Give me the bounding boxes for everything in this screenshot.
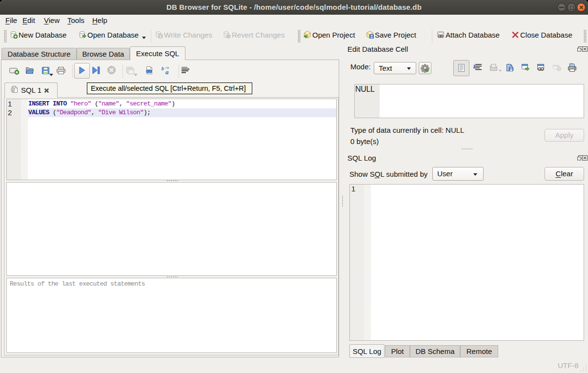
svg-text:b: b xyxy=(162,66,164,71)
svg-text:a: a xyxy=(165,68,169,76)
